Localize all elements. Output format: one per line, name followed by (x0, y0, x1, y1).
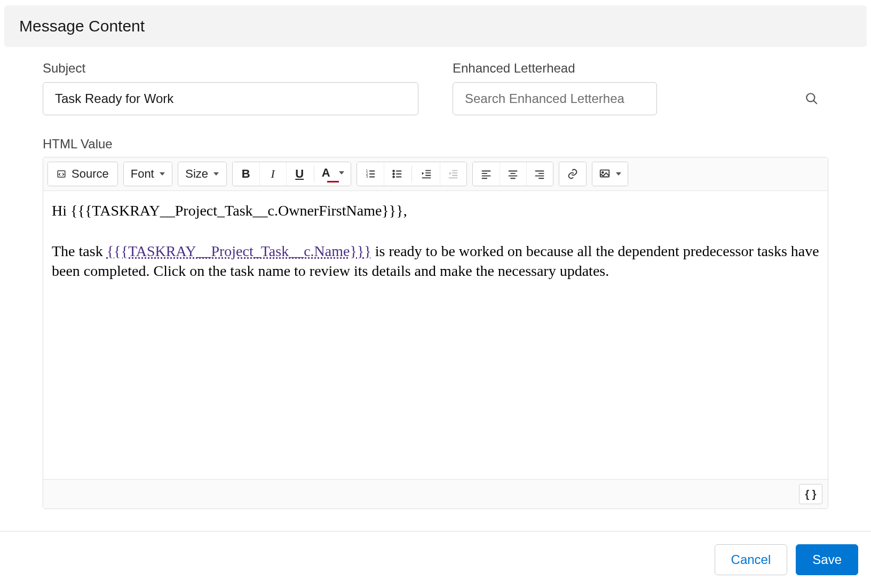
editor-content-area[interactable]: Hi {{{TASKRAY__Project_Task__c.OwnerFirs… (43, 191, 828, 479)
letterhead-label: Enhanced Letterhead (453, 61, 828, 76)
font-color-dropdown[interactable]: A (315, 162, 351, 186)
editor-footer: { } (43, 479, 828, 508)
bullet-list-icon (391, 168, 403, 180)
toolbar-group-align (472, 162, 553, 186)
font-dropdown-label: Font (131, 167, 154, 181)
subject-input[interactable] (43, 82, 418, 115)
editor-body-pre: The task (52, 243, 107, 259)
align-center-button[interactable] (500, 162, 526, 186)
form-row: Subject Enhanced Letterhead (0, 47, 871, 115)
cancel-button[interactable]: Cancel (715, 544, 788, 575)
chevron-down-icon (213, 172, 219, 176)
svg-point-36 (602, 172, 604, 173)
link-icon (567, 168, 579, 180)
svg-point-9 (393, 170, 394, 172)
save-button[interactable]: Save (796, 544, 858, 575)
letterhead-column: Enhanced Letterhead (453, 61, 828, 115)
underline-button[interactable]: U (286, 162, 313, 186)
svg-line-1 (813, 100, 817, 104)
toolbar-group-font: Font (123, 162, 172, 186)
toolbar-group-format: B I U A (232, 162, 351, 186)
numbered-list-button[interactable]: 1 2 3 (357, 162, 384, 186)
indent-button[interactable] (413, 162, 440, 186)
html-value-label: HTML Value (43, 137, 828, 152)
toolbar-group-size: Size (178, 162, 227, 186)
toolbar-group-image (592, 162, 628, 186)
letterhead-search-input[interactable] (453, 82, 657, 115)
toolbar-separator (314, 166, 314, 182)
source-icon (57, 169, 66, 179)
svg-text:3: 3 (366, 174, 368, 178)
align-right-button[interactable] (526, 162, 553, 186)
toolbar-group-source: Source (47, 162, 118, 186)
section-title: Message Content (19, 17, 852, 35)
bold-button[interactable]: B (233, 162, 259, 186)
editor-greeting-text: Hi {{{TASKRAY__Project_Task__c.OwnerFirs… (52, 202, 407, 219)
svg-point-13 (393, 176, 394, 178)
source-button-label: Source (72, 167, 109, 181)
font-dropdown[interactable]: Font (124, 162, 172, 186)
outdent-icon (447, 168, 459, 180)
align-left-button[interactable] (473, 162, 500, 186)
subject-column: Subject (43, 61, 418, 115)
rich-text-editor: Source Font Size B I U (43, 157, 828, 509)
svg-point-0 (806, 93, 814, 101)
toolbar-group-lists: 1 2 3 (357, 162, 467, 186)
insert-merge-field-button[interactable]: { } (799, 484, 822, 504)
align-center-icon (507, 168, 519, 180)
page-footer: Cancel Save (0, 531, 871, 588)
subject-label: Subject (43, 61, 418, 76)
align-right-icon (534, 168, 545, 180)
html-value-section: HTML Value Source Font (0, 115, 871, 509)
chevron-down-icon (160, 172, 165, 176)
image-icon (599, 168, 611, 180)
link-button[interactable] (559, 162, 586, 186)
image-dropdown[interactable] (592, 162, 628, 186)
toolbar-group-link (559, 162, 587, 186)
task-name-merge-link[interactable]: {{{TASKRAY__Project_Task__c.Name}}} (107, 243, 371, 259)
chevron-down-icon (339, 171, 344, 174)
editor-toolbar: Source Font Size B I U (43, 157, 828, 191)
size-dropdown[interactable]: Size (178, 162, 226, 186)
section-header: Message Content (4, 5, 867, 47)
search-icon (805, 92, 819, 106)
svg-rect-35 (600, 170, 609, 177)
outdent-button[interactable] (440, 162, 466, 186)
source-button[interactable]: Source (48, 162, 117, 186)
chevron-down-icon (616, 172, 621, 176)
bullet-list-button[interactable] (384, 162, 410, 186)
indent-icon (421, 168, 432, 180)
toolbar-separator (411, 166, 412, 182)
italic-button[interactable]: I (259, 162, 286, 186)
font-color-swatch (327, 181, 339, 182)
svg-point-11 (393, 173, 394, 175)
align-left-icon (480, 168, 492, 180)
numbered-list-icon: 1 2 3 (365, 168, 376, 180)
size-dropdown-label: Size (185, 167, 208, 181)
